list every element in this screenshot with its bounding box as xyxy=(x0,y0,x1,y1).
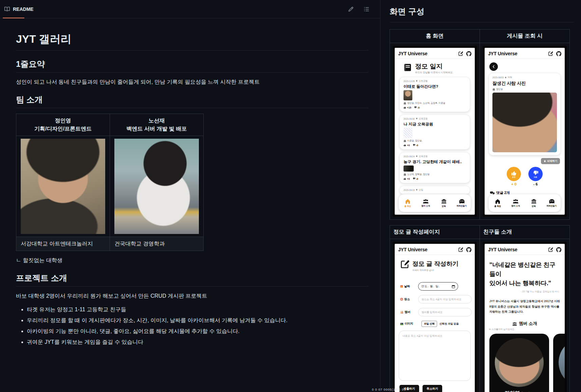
post-members: 이준엽, 정인영, xyxy=(404,139,466,142)
member2-photo-cell xyxy=(110,136,204,237)
member1-caption: 서강대학교 아트엔테크놀러지 xyxy=(16,237,110,251)
write-title: 정모 글 작성하기 xyxy=(412,260,458,268)
project-heading: 프로젝트 소개 xyxy=(16,273,369,287)
screens-table-a: 홈 화면 게시물 조회 시 JYT Universe xyxy=(390,29,570,220)
like-count: +0 xyxy=(404,177,410,180)
date-input: 연도. 월. 일. xyxy=(418,282,458,291)
members-icon xyxy=(423,199,429,204)
image-label-text: 이미지 xyxy=(405,322,413,326)
readme-tab-label: README xyxy=(13,6,34,12)
date-label-text: 날짜 xyxy=(404,285,410,289)
readme-panel: README JYT 갤러리 1줄요약 성인이 되고 나서 동네 친구들과의 만… xyxy=(0,0,380,392)
post-date: 2023-06/15 xyxy=(404,189,415,191)
header-friends-intro: 친구들 소개 xyxy=(480,226,570,239)
members-icon xyxy=(404,102,406,104)
post-place: 안집 xyxy=(419,189,423,192)
thumbs-down-icon xyxy=(414,106,417,109)
member-label: 멤버 xyxy=(400,310,416,314)
post-view-cell: JYT Universe 2023-08/03 xyxy=(480,43,570,220)
write-post-icon xyxy=(458,247,463,252)
edit-readme-icon[interactable] xyxy=(348,6,354,12)
project-bullet: 우리끼리 정모를 할 때 이 게시판에다가 장소, 시간, 이미지, 날짜를 아… xyxy=(27,316,369,325)
journal-icon xyxy=(404,63,412,72)
delete-button: 삭제하기 xyxy=(541,158,560,164)
tab-members: 멤버 소개 xyxy=(417,199,435,208)
post-title: 잘생긴 사람 사진 xyxy=(492,80,557,86)
post-place: 인천공항 xyxy=(419,80,428,83)
project-bullet: 귀여운 JYT를 키워보는 게임을 즐길 수 있습니다 xyxy=(27,338,369,346)
dislike-count-text: -0 xyxy=(416,177,418,180)
location-pin-icon xyxy=(416,189,418,191)
post-place: 오목공원 xyxy=(419,155,428,158)
post-meta: 2023-08/03 자택 xyxy=(492,76,557,79)
member1-photo[interactable] xyxy=(21,139,105,234)
tab-history-label: 연혁 xyxy=(532,205,536,208)
calendar-picker-icon xyxy=(452,285,455,288)
thumbs-down-icon xyxy=(413,177,415,180)
outline-list-icon[interactable] xyxy=(364,6,369,12)
scroll-hint: ≫ 스크롤하여 넘겨보세요. xyxy=(489,328,565,331)
write-screen: JYT Universe 정모 글 작성하기 자세히 적어주면 감사! xyxy=(395,244,475,392)
dislike-button: 비추 xyxy=(528,167,543,181)
book-icon xyxy=(4,6,10,12)
post-view-screenshot[interactable]: JYT Universe 2023-08/03 xyxy=(483,46,567,217)
friends-quote-line1: "너네같은 병신같은 친구들이 xyxy=(489,260,560,279)
post-view-screen: JYT Universe 2023-08/03 xyxy=(485,48,565,215)
friends-screen: JYT Universe "너네같은 병신같은 친구들이 있어서 나는 행복하다… xyxy=(485,244,565,392)
app-header: JYT Universe xyxy=(485,48,565,59)
file-status: 선택된 파일 없음 xyxy=(439,322,459,326)
app-title: JYT Universe xyxy=(488,51,517,56)
members-intro-heading: 멤버 소개 xyxy=(485,321,565,327)
post-detail-card: 2023-08/03 자택 잘생긴 사람 사진 정인영 xyxy=(489,73,561,155)
write-header: 정모 글 작성하기 자세히 적어주면 감사! xyxy=(401,260,475,272)
post-card-partial: 2023-06/15 안집 xyxy=(399,186,470,194)
board-header-text: 정모 일지 우리의 만남을 이곳에서 시작해봐요. xyxy=(415,63,453,74)
tab-members-label: 멤버 소개 xyxy=(511,204,520,208)
write-page-screenshot[interactable]: JYT Universe 정모 글 작성하기 자세히 적어주면 감사! xyxy=(393,242,477,392)
post-title: 농구 경기. 고딩한테 개같이 패배.. xyxy=(404,159,466,164)
file-select-button: 파일 선택 xyxy=(421,321,437,327)
home-screenshot[interactable]: JYT Universe 정모 일지 우리의 만남을 이곳에서 시작해봐요. xyxy=(393,46,477,217)
location-pin-icon xyxy=(416,155,418,157)
post-place: 자택 xyxy=(508,76,512,79)
tab-members: 멤버 소개 xyxy=(507,199,525,208)
post-meta: 2023-06/15 안집 xyxy=(404,189,466,192)
post-thumbnail xyxy=(404,128,412,138)
header-post-view: 게시물 조회 시 xyxy=(480,30,570,43)
bottom-tabbar: 홈 화면 멤버 소개 연혁 xyxy=(399,194,471,212)
dislike-count: -0 xyxy=(413,177,418,180)
cancel-button: 취소하기 xyxy=(423,385,442,392)
dart-emoji-icon xyxy=(400,298,403,301)
members-icon xyxy=(404,173,406,176)
write-post-icon xyxy=(458,51,463,56)
image-row: 이미지 파일 선택 선택된 파일 없음 xyxy=(400,321,475,327)
friends-intro-screenshot[interactable]: JYT Universe "너네같은 병신같은 친구들이 있어서 나는 행복하다… xyxy=(483,242,567,392)
project-bullet: 아카이빙의 기능 뿐만 아니라, 댓글, 좋아요, 싫어요를 해당 게시물에 추… xyxy=(27,327,369,335)
post-place: 오목공원 xyxy=(419,117,428,120)
readme-topbar: README xyxy=(0,0,380,18)
friend-cards-row: 정인영 Sogang Univ. Art Technology “ 유일한 정상… xyxy=(489,334,565,392)
screens-panel: 화면 구성 홈 화면 게시물 조회 시 JYT Universe xyxy=(381,0,581,392)
like-count: + 0 xyxy=(511,182,517,186)
app-header: JYT Universe xyxy=(485,244,565,255)
active-tab-underline xyxy=(3,18,24,18)
member2-photo[interactable] xyxy=(114,139,199,234)
tab-character-label: 캐릭만들기 xyxy=(547,204,557,208)
screens-table-a-header: 홈 화면 게시물 조회 시 xyxy=(390,30,570,43)
image-label: 이미지 xyxy=(400,322,419,326)
members-icon xyxy=(512,322,517,326)
bottom-tabbar: 홈 화면 멤버 소개 연혁 xyxy=(489,194,561,212)
member2-caption: 건국대학교 경영학과 xyxy=(110,237,204,251)
topbar-actions xyxy=(348,6,369,12)
friends-description: JYT 유니버스는 서울시 양정고등학교에서 2017년 이래 8명의 표충근 … xyxy=(489,299,560,315)
friend-name-row: 정인영 Sogang Univ. Art Technology xyxy=(505,390,534,392)
tab-readme[interactable]: README xyxy=(4,0,34,18)
place-row: 장소 xyxy=(400,295,475,303)
friend-card-partial: 노선재 xyxy=(553,334,565,392)
friends-quote: "너네같은 병신같은 친구들이 있어서 나는 행복하다." xyxy=(489,260,560,288)
post-title: 나 지금 오목공원 xyxy=(404,122,466,127)
member1-role: 기획/디자인/프론트엔드 xyxy=(21,125,105,133)
tab-history: 연혁 xyxy=(525,199,543,208)
team-table: 정인영 기획/디자인/프론트엔드 노선재 백엔드 서버 개발 빛 배포 서강대학… xyxy=(16,114,204,251)
delete-button-label: 삭제하기 xyxy=(547,159,557,163)
